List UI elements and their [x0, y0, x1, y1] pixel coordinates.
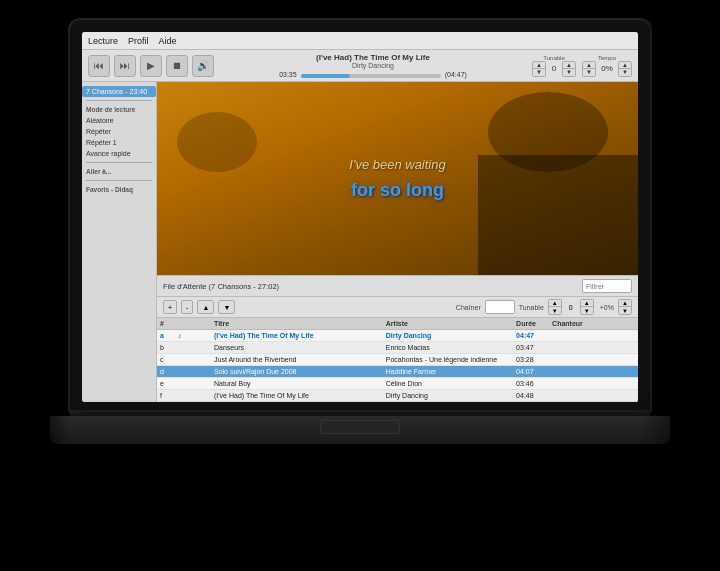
sidebar-aleatoire[interactable]: Aléatoire — [82, 115, 156, 126]
tunable-stepper2[interactable]: ▲ ▼ — [562, 61, 576, 77]
laptop-base — [50, 416, 670, 444]
tempo-down2[interactable]: ▼ — [619, 69, 631, 76]
row-singer — [549, 394, 638, 398]
row-icon2 — [193, 394, 211, 398]
tunable-down2[interactable]: ▼ — [563, 69, 575, 76]
channel-input[interactable] — [485, 300, 515, 314]
row-duration: 04:48 — [513, 390, 549, 401]
pl-tunable-stepper[interactable]: ▲ ▼ — [548, 299, 562, 315]
row-duration: 03:46 — [513, 378, 549, 389]
laptop-touchpad — [320, 420, 400, 434]
laptop: Lecture Profil Aide ⏮ ⏭ ▶ ⏹ 🔊 (I've Had)… — [0, 0, 720, 571]
progress-bar[interactable] — [301, 74, 441, 78]
sidebar-repeter1[interactable]: Répéter 1 — [82, 137, 156, 148]
playlist-filter-input[interactable] — [582, 279, 632, 293]
playlist-panel: File d'Attente (7 Chansons - 27:02) + - … — [157, 275, 638, 402]
row-artist: Haddine Farmer — [383, 366, 513, 377]
row-icon1 — [175, 358, 193, 362]
toolbar-center: (I've Had) The Time Of My Life Dirty Dan… — [218, 53, 528, 78]
video-shadow-2 — [478, 155, 638, 275]
sidebar-label-mode: Mode de lecture — [82, 104, 156, 115]
tunable-down[interactable]: ▼ — [533, 69, 545, 76]
app-menubar: Lecture Profil Aide — [82, 32, 638, 50]
row-icon1 — [175, 370, 193, 374]
pl-tempo-up[interactable]: ▲ — [619, 300, 631, 307]
row-artist: Céline Dion — [383, 378, 513, 389]
sidebar-playlist[interactable]: 7 Chansons - 23:40 — [82, 86, 156, 97]
corner-dark-left — [0, 0, 70, 571]
row-singer — [549, 358, 638, 362]
row-duration: 04:47 — [513, 330, 549, 341]
pl-tempo-down[interactable]: ▼ — [619, 307, 631, 314]
toolbar-btn-2[interactable]: ⏭ — [114, 55, 136, 77]
row-num: e — [157, 378, 175, 389]
playlist-btn-add[interactable]: + — [163, 300, 177, 314]
row-title: (I've Had) The Time Of My Life — [211, 330, 383, 341]
playlist-btn-remove[interactable]: - — [181, 300, 193, 314]
toolbar-right: Tunable ▲ ▼ 0 ▲ ▼ — [532, 55, 632, 77]
playlist-search — [582, 279, 632, 293]
row-title: Danseurs — [211, 342, 383, 353]
sidebar: 7 Chansons - 23:40 Mode de lecture Aléat… — [82, 82, 157, 402]
pl-tunable-down[interactable]: ▼ — [549, 307, 561, 314]
playlist-btn-down[interactable]: ▼ — [218, 300, 235, 314]
playlist-row[interactable]: e Natural Boy Céline Dion 03:46 — [157, 378, 638, 390]
pl-tunable-stepper2[interactable]: ▲ ▼ — [580, 299, 594, 315]
toolbar-btn-4[interactable]: ⏹ — [166, 55, 188, 77]
toolbar-btn-5[interactable]: 🔊 — [192, 55, 214, 77]
playlist-btn-up[interactable]: ▲ — [197, 300, 214, 314]
sidebar-divider-1 — [86, 100, 152, 101]
row-icon2 — [193, 346, 211, 350]
tempo-down[interactable]: ▼ — [583, 69, 595, 76]
tunable-up2[interactable]: ▲ — [563, 62, 575, 69]
sidebar-avance[interactable]: Avance rapide — [82, 148, 156, 159]
row-num: d — [157, 366, 175, 377]
karaoke-previous-line: I've been waiting — [349, 157, 445, 172]
row-singer — [549, 334, 638, 338]
playlist-row[interactable]: a ♪ (I've Had) The Time Of My Life Dirty… — [157, 330, 638, 342]
tunable-stepper[interactable]: ▲ ▼ — [532, 61, 546, 77]
col-singer-header: Chanteur — [549, 318, 638, 329]
time-current: 03:35 — [279, 71, 297, 78]
toolbar-btn-3[interactable]: ▶ — [140, 55, 162, 77]
playlist-row[interactable]: b Danseurs Enrico Macias 03:47 — [157, 342, 638, 354]
playlist-row[interactable]: d Solo suivi/Rajon Due 2008 Haddine Farm… — [157, 366, 638, 378]
menu-aide[interactable]: Aide — [159, 36, 177, 46]
pl-tunable-up[interactable]: ▲ — [549, 300, 561, 307]
playlist-col-header: # Titre Artiste Durée Chanteur — [157, 318, 638, 330]
tunable-up[interactable]: ▲ — [533, 62, 545, 69]
toolbar-btn-1[interactable]: ⏮ — [88, 55, 110, 77]
pl-tunable-label: Tunable — [519, 304, 544, 311]
sidebar-repeter[interactable]: Répéter — [82, 126, 156, 137]
row-duration: 03:28 — [513, 354, 549, 365]
pl-tempo-label: +0% — [600, 304, 614, 311]
sidebar-divider-3 — [86, 180, 152, 181]
pl-tunable-up2[interactable]: ▲ — [581, 300, 593, 307]
screen-bezel: Lecture Profil Aide ⏮ ⏭ ▶ ⏹ 🔊 (I've Had)… — [70, 20, 650, 410]
playlist-row[interactable]: f (I've Had) The Time Of My Life Dirty D… — [157, 390, 638, 402]
menu-lecture[interactable]: Lecture — [88, 36, 118, 46]
tempo-up[interactable]: ▲ — [583, 62, 595, 69]
pl-tempo-stepper[interactable]: ▲ ▼ — [618, 299, 632, 315]
playlist-row[interactable]: c Just Around the Riverbend Pocahontas -… — [157, 354, 638, 366]
col-title-header: Titre — [211, 318, 383, 329]
playlist-title: File d'Attente (7 Chansons - 27:02) — [163, 282, 279, 291]
tempo-stepper2[interactable]: ▲ ▼ — [618, 61, 632, 77]
pl-tunable-down2[interactable]: ▼ — [581, 307, 593, 314]
video-shadow-3 — [177, 112, 257, 172]
menu-profil[interactable]: Profil — [128, 36, 149, 46]
tempo-up2[interactable]: ▲ — [619, 62, 631, 69]
col-num-header: # — [157, 318, 175, 329]
playlist-rows: a ♪ (I've Had) The Time Of My Life Dirty… — [157, 330, 638, 402]
row-num: b — [157, 342, 175, 353]
karaoke-current-line: for so long — [351, 180, 444, 201]
col-duration-header: Durée — [513, 318, 549, 329]
col-icon2-header — [193, 318, 211, 329]
progress-bar-fill — [301, 74, 350, 78]
row-singer — [549, 382, 638, 386]
col-icon1-header — [175, 318, 193, 329]
now-playing-title: (I've Had) The Time Of My Life — [316, 53, 430, 62]
screen: Lecture Profil Aide ⏮ ⏭ ▶ ⏹ 🔊 (I've Had)… — [82, 32, 638, 402]
tempo-stepper[interactable]: ▲ ▼ — [582, 61, 596, 77]
row-singer — [549, 346, 638, 350]
